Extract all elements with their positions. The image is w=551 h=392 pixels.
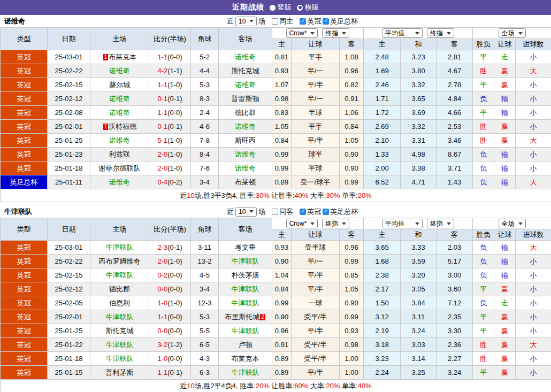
summary-segment: 场,胜2平4负4, 胜率:: [195, 382, 256, 390]
match-score-cell: 0-0(0-0): [149, 324, 191, 338]
league-filter[interactable]: 英冠: [300, 17, 321, 26]
corner-score-cell: 4-3: [191, 352, 219, 366]
col-header-corner: 角球: [191, 28, 219, 50]
team-name: 诺维奇: [109, 67, 130, 75]
match-date-cell: 25-02-01: [48, 310, 90, 324]
league-checkbox[interactable]: [300, 209, 306, 215]
fa-cup-label: 英足总杯: [330, 207, 358, 217]
halftime-score: (0-0): [167, 285, 182, 293]
recent-label: 近: [227, 17, 234, 26]
match-date-cell: 25-01-22: [48, 338, 90, 352]
fa-cup-filter[interactable]: 英足总杯: [323, 17, 358, 26]
team-cell: 普雷斯顿: [219, 92, 272, 106]
avg-away-odds: 2.27: [437, 352, 473, 366]
handicap-line: 平/半: [292, 78, 340, 92]
final-odds-select[interactable]: 终指: [322, 219, 349, 228]
handicap-result-cell: 走: [494, 50, 516, 64]
match-row: 英冠25-02-08诺维奇1-1(0-0)2-4德比郡0.83半球1.061.7…: [1, 106, 551, 120]
same-home-filter[interactable]: 同主: [272, 17, 293, 26]
average-odds-select[interactable]: 平均值: [382, 28, 423, 38]
fa-cup-checkbox[interactable]: [323, 18, 329, 25]
horizontal-layout-radio[interactable]: [297, 5, 303, 11]
average-odds-select[interactable]: 平均值: [382, 219, 423, 228]
match-score-cell: 4-2(1-1): [149, 64, 191, 78]
avg-home-odds: 3.65: [364, 241, 401, 255]
match-result-cell: 负: [473, 296, 494, 310]
team-name: 诺维奇: [235, 81, 256, 89]
odds-provider-select[interactable]: Crow*: [286, 28, 318, 38]
crow-home-odds: 0.89: [272, 175, 292, 189]
avg-home-odds: 2.19: [364, 324, 401, 338]
recent-count-select[interactable]: 10: [235, 207, 257, 217]
fulltime-score: 2-0: [157, 164, 167, 172]
fulltime-score: 0-1: [157, 95, 167, 103]
same-away-filter[interactable]: 同客: [272, 207, 293, 217]
goals-result-cell: 小: [516, 120, 551, 134]
horizontal-layout-option[interactable]: 横版: [297, 3, 319, 12]
recent-count-select[interactable]: 10: [235, 17, 257, 26]
team-name: 牛津联队: [232, 327, 259, 335]
avg-home-header: 主: [364, 39, 401, 50]
same-home-checkbox[interactable]: [272, 18, 278, 25]
fa-cup-filter[interactable]: 英足总杯: [323, 207, 358, 217]
fulltime-score: 1-1: [157, 53, 167, 61]
oxford-filter-bar: 近 10 场 同客 英冠 英足总杯: [227, 205, 358, 218]
recent-label: 近: [227, 207, 234, 217]
chevron-down-icon: [447, 32, 451, 35]
full-match-select[interactable]: 全场: [499, 28, 526, 38]
handicap-line: 半/一: [292, 255, 340, 268]
avg-draw-odds: 3.65: [401, 92, 437, 106]
col-header-type: 类型: [1, 28, 48, 50]
final-odds-select[interactable]: 终指: [322, 28, 349, 38]
handicap-line: 受半球: [292, 241, 340, 255]
odds-provider-select[interactable]: Crow*: [286, 219, 318, 228]
avg-draw-header: 和: [401, 229, 437, 241]
fa-cup-checkbox[interactable]: [323, 209, 329, 215]
league-checkbox[interactable]: [300, 18, 306, 25]
match-row: 英冠25-02-12德比郡0-0(0-0)3-4牛津联队0.84平/半1.052…: [1, 282, 551, 296]
corner-score-cell: 5-3: [191, 78, 219, 92]
avg-away-odds: 2.35: [437, 310, 473, 324]
match-result-cell: 胜: [473, 134, 494, 148]
vertical-layout-radio[interactable]: [270, 5, 276, 11]
vertical-layout-option[interactable]: 竖版: [270, 3, 292, 12]
average-odds-value: 平均值: [385, 220, 404, 227]
halftime-score: (0-0): [167, 53, 182, 61]
fulltime-score: 3-2: [157, 341, 167, 349]
recent-count-value: 10: [239, 18, 246, 25]
crow-away-odds: 0.90: [340, 148, 364, 162]
same-away-checkbox[interactable]: [272, 209, 278, 215]
col-header-home: 主场: [90, 218, 149, 241]
goals-result-cell: 大: [516, 134, 551, 148]
handicap-result-cell: 输: [494, 255, 516, 268]
fulltime-score: 1-1: [157, 313, 167, 321]
match-date-cell: 25-02-05: [48, 296, 90, 310]
fulltime-score: 2-0: [157, 257, 167, 265]
oxford-title-row: 牛津联队 近 10 场 同客 英冠: [0, 205, 551, 218]
match-row: 英冠25-01-22牛津联队3-2(1-2)6-5卢顿0.91受平/半0.983…: [1, 338, 551, 352]
full-match-select[interactable]: 全场: [499, 219, 526, 228]
match-score-cell: 0-1(0-1): [149, 120, 191, 134]
team-name: 伯恩利: [109, 299, 130, 307]
final-odds-select-2[interactable]: 终指: [427, 28, 454, 38]
team-cell: 卢顿: [219, 338, 272, 352]
team-name: 布莱克本: [109, 53, 136, 61]
handicap-result-cell: 赢: [494, 134, 516, 148]
crow-away-odds: 1.08: [340, 50, 364, 64]
halftime-score: (0-1): [167, 95, 182, 103]
goals-result-cell: 小: [516, 162, 551, 175]
fulltime-score: 1-1: [157, 81, 167, 89]
crow-away-header: 客: [340, 39, 364, 50]
team-name: 诺维奇: [235, 150, 256, 158]
handicap-result-cell: 赢: [494, 282, 516, 296]
avg-draw-odds: 3.11: [401, 310, 437, 324]
crow-home-header: 主: [272, 39, 292, 50]
final-odds-select-2[interactable]: 终指: [427, 219, 454, 228]
league-label: 英冠: [307, 17, 321, 26]
team-name: 斯托克城: [232, 67, 259, 75]
match-row: 英冠25-02-05伯恩利1-0(1-0)12-3牛津联队0.99一球0.901…: [1, 296, 551, 310]
handicap-result-cell: 赢: [494, 324, 516, 338]
halftime-score: (0-1): [167, 368, 182, 376]
league-filter[interactable]: 英冠: [300, 207, 321, 217]
crow-home-odds: 0.99: [272, 148, 292, 162]
